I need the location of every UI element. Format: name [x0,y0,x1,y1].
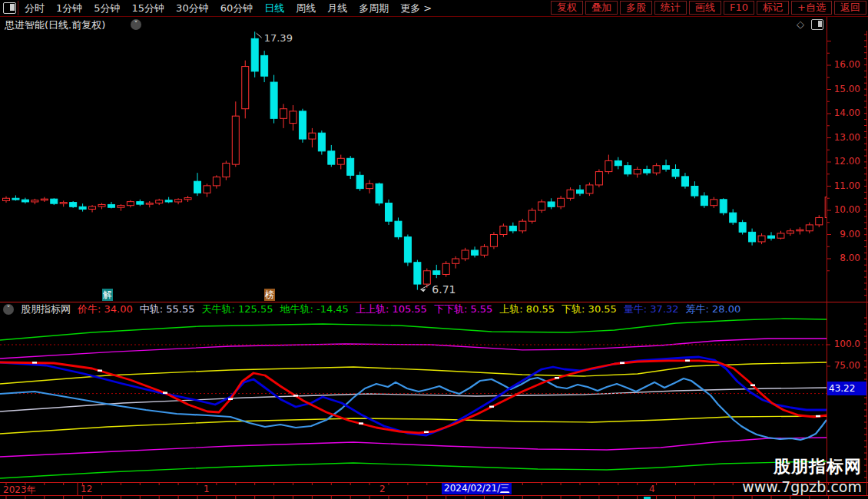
chevron-down-icon[interactable]: ˅ [131,19,141,30]
period-tab-30分钟[interactable]: 30分钟 [176,2,209,15]
price-axis-ticks [827,31,868,302]
toolbar-button-统计[interactable]: 统计 [654,1,687,15]
toolbar-button-复权[interactable]: 复权 [551,1,583,15]
indicator-value-中轨: 中轨: 55.55 [140,302,195,316]
chevron-down-icon[interactable]: ˅ [3,304,14,315]
indicator-value-地牛轨: 地牛轨: -14.45 [280,302,348,316]
toolbar-right-buttons: 复权叠加多股统计画线F10标记+自选返回 [551,1,866,15]
time-axis-label-2: 2 [379,484,386,494]
indicator-value-下下轨: 下下轨: 5.55 [434,302,492,316]
candlestick-chart: 17.396.71 [0,31,827,299]
indicator-source-label: 股朋指标网 [21,302,71,316]
indicator-value-上上轨: 上上轨: 105.55 [356,302,427,316]
period-tab-多周期[interactable]: 多周期 [359,2,389,15]
watermark-url: www.7gpzb.com [742,478,862,495]
window-layout-icon[interactable] [3,2,16,14]
period-tab-60分钟[interactable]: 60分钟 [220,2,253,15]
period-tab-日线[interactable]: 日线 [264,2,284,15]
time-axis-ticks [0,482,868,499]
title-bar: 思进智能(日线.前复权) ˅ ◇ [0,17,827,31]
svg-text:17.39: 17.39 [264,32,293,44]
watermark: 股朋指标网 www.7gpzb.com [742,455,862,495]
period-menu: 分时1分钟5分钟15分钟30分钟60分钟日线周线月线多周期更多 > [25,0,432,16]
period-tab-15分钟[interactable]: 15分钟 [132,2,165,15]
indicator-value-筹牛: 筹牛: 28.00 [686,302,741,316]
svg-text:6.71: 6.71 [432,283,456,296]
toolbar-button-返回[interactable]: 返回 [834,1,866,15]
indicator-chart [0,315,827,482]
app-window: 分时1分钟5分钟15分钟30分钟60分钟日线周线月线多周期更多 > 复权叠加多股… [0,0,868,499]
toolbar-button-多股[interactable]: 多股 [620,1,652,15]
indicator-value-上轨: 上轨: 80.55 [499,302,555,316]
toolbar-button-F10[interactable]: F10 [724,1,754,15]
indicator-value-量牛: 量牛: 37.32 [624,302,679,316]
diamond-icon[interactable]: ◇ [797,18,804,30]
period-tab-分时[interactable]: 分时 [25,2,45,15]
time-axis-label-4: 4 [649,484,655,494]
period-tab-更多 >[interactable]: 更多 > [400,2,432,15]
time-axis-label-2023年: 2023年 [3,484,36,497]
top-toolbar: 分时1分钟5分钟15分钟30分钟60分钟日线周线月线多周期更多 > 复权叠加多股… [0,0,868,17]
time-axis-label-1: 1 [204,484,210,494]
period-tab-月线[interactable]: 月线 [327,2,347,15]
toolbar-button-+自选[interactable]: +自选 [791,1,832,15]
toolbar-button-标记[interactable]: 标记 [757,1,789,15]
indicator-value-badge: 43.22 [827,382,866,395]
time-axis: 2023年121234 2024/02/21/三 [0,482,868,499]
indicator-value-下轨: 下轨: 30.55 [562,302,617,316]
indicator-value-天牛轨: 天牛轨: 125.55 [201,302,273,316]
time-axis-label-12: 12 [81,484,92,494]
split-window-icon[interactable] [811,19,823,30]
date-highlight-badge: 2024/02/21/三 [442,483,512,494]
toolbar-button-画线[interactable]: 画线 [689,1,721,15]
period-tab-1分钟[interactable]: 1分钟 [56,2,82,15]
event-badge-榜[interactable]: 榜 [264,289,275,301]
toolbar-button-叠加[interactable]: 叠加 [585,1,618,15]
period-tab-周线[interactable]: 周线 [296,2,316,15]
indicator-header: ˅ 股朋指标网 价牛: 34.00中轨: 55.55天牛轨: 125.55地牛轨… [3,303,740,315]
period-tab-5分钟[interactable]: 5分钟 [94,2,120,15]
event-badge-解[interactable]: 解 [102,289,113,301]
watermark-site-name: 股朋指标网 [742,455,862,478]
indicator-value-价牛: 价牛: 34.00 [78,302,133,316]
toolbar-divider [18,1,18,15]
